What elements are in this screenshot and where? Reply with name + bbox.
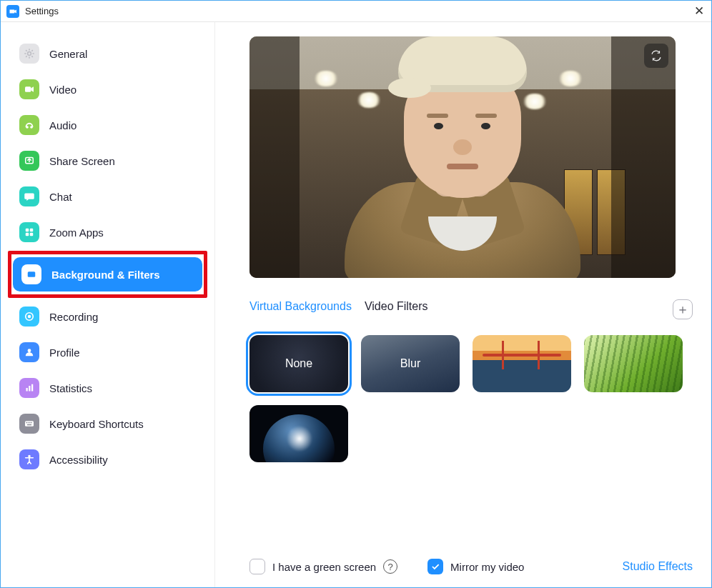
sidebar-item-audio[interactable]: Audio	[11, 108, 204, 142]
video-preview	[249, 36, 676, 278]
help-icon: ?	[387, 562, 392, 572]
sidebar-item-label: Zoom Apps	[49, 226, 104, 239]
sidebar-item-label: Statistics	[49, 382, 92, 394]
background-option-none[interactable]: None	[249, 335, 348, 392]
svg-point-3	[30, 126, 33, 129]
sidebar-item-bgfilters[interactable]: Background & Filters	[13, 257, 202, 291]
window-title: Settings	[25, 6, 59, 16]
sidebar-item-apps[interactable]: Zoom Apps	[11, 215, 204, 249]
content-area: GeneralVideoAudioShare ScreenChatZoom Ap…	[1, 22, 711, 587]
sidebar-item-chat[interactable]: Chat	[11, 179, 204, 214]
tabs-row: Virtual BackgroundsVideo Filters ＋	[249, 299, 693, 319]
app-icon	[6, 5, 19, 18]
svg-rect-16	[29, 386, 30, 392]
svg-point-0	[28, 52, 31, 56]
svg-point-14	[28, 349, 31, 352]
footer-row: I have a green screen ? Mirror my video …	[249, 549, 693, 574]
background-option-bridge[interactable]	[473, 335, 571, 392]
keyboard-icon	[19, 414, 39, 434]
add-background-button[interactable]: ＋	[673, 299, 693, 319]
svg-rect-1	[25, 86, 31, 92]
tabs: Virtual BackgroundsVideo Filters	[249, 300, 428, 319]
mirror-video-checkbox[interactable]	[427, 559, 443, 574]
green-screen-label: I have a green screen	[272, 561, 376, 573]
share-icon	[19, 151, 39, 171]
svg-rect-18	[25, 421, 34, 427]
svg-rect-21	[29, 422, 31, 424]
sidebar-item-recording[interactable]: Recording	[11, 299, 204, 334]
svg-rect-19	[26, 422, 28, 424]
background-option-blur[interactable]: Blur	[361, 335, 460, 392]
svg-rect-20	[28, 422, 29, 424]
rotate-icon	[650, 49, 663, 62]
apps-icon	[19, 222, 39, 242]
bgfilters-icon	[21, 264, 41, 284]
recording-icon	[19, 307, 39, 327]
video-icon	[19, 79, 39, 99]
profile-icon	[19, 342, 39, 362]
background-option-label: None	[285, 357, 312, 370]
accessibility-icon	[19, 449, 39, 469]
svg-rect-15	[26, 388, 28, 392]
sidebar-item-stats[interactable]: Statistics	[11, 371, 204, 405]
svg-rect-5	[26, 229, 29, 232]
sidebar-item-label: Audio	[49, 119, 76, 131]
chat-icon	[19, 186, 39, 206]
plus-icon: ＋	[676, 303, 689, 316]
svg-point-10	[31, 273, 33, 275]
sidebar-item-label: Recording	[49, 311, 98, 323]
sidebar-item-label: Keyboard Shortcuts	[49, 418, 144, 430]
sidebar-item-label: Share Screen	[49, 155, 115, 167]
sidebar-item-accessibility[interactable]: Accessibility	[11, 442, 204, 477]
svg-rect-23	[27, 424, 31, 426]
sidebar-item-label: General	[49, 48, 87, 60]
background-option-grass[interactable]	[584, 335, 683, 392]
svg-rect-11	[30, 275, 34, 276]
audio-icon	[19, 115, 39, 135]
sidebar-item-video[interactable]: Video	[11, 72, 204, 106]
svg-point-2	[26, 126, 29, 129]
tab-video-filters[interactable]: Video Filters	[365, 300, 428, 319]
svg-rect-6	[30, 229, 34, 232]
sidebar-item-keyboard[interactable]: Keyboard Shortcuts	[11, 407, 204, 441]
stats-icon	[19, 378, 39, 398]
green-screen-help-button[interactable]: ?	[383, 559, 397, 574]
green-screen-checkbox[interactable]	[249, 559, 265, 574]
sidebar: GeneralVideoAudioShare ScreenChatZoom Ap…	[1, 22, 215, 587]
svg-rect-7	[26, 233, 29, 236]
sidebar-item-share[interactable]: Share Screen	[11, 144, 204, 178]
background-option-earth[interactable]	[249, 405, 348, 462]
titlebar: Settings ✕	[1, 1, 711, 22]
background-grid: NoneBlur	[249, 335, 693, 462]
svg-point-24	[28, 455, 30, 457]
sidebar-item-profile[interactable]: Profile	[11, 335, 204, 369]
tab-virtual-backgrounds[interactable]: Virtual Backgrounds	[249, 300, 352, 319]
main-panel: Virtual BackgroundsVideo Filters ＋ NoneB…	[215, 22, 711, 587]
svg-rect-8	[30, 233, 34, 236]
studio-effects-link[interactable]: Studio Effects	[623, 560, 693, 573]
check-icon	[430, 562, 440, 572]
svg-rect-22	[31, 422, 32, 424]
svg-rect-17	[31, 384, 33, 392]
annotation-highlight: Background & Filters	[8, 251, 207, 298]
background-option-label: Blur	[400, 357, 420, 370]
sidebar-item-label: Video	[49, 84, 76, 96]
sidebar-item-label: Background & Filters	[51, 269, 160, 281]
close-button[interactable]: ✕	[694, 5, 704, 17]
gear-icon	[19, 44, 39, 64]
rotate-camera-button[interactable]	[644, 44, 668, 68]
sidebar-item-label: Profile	[49, 347, 80, 359]
sidebar-item-gear[interactable]: General	[11, 36, 204, 71]
mirror-video-label: Mirror my video	[450, 561, 524, 573]
sidebar-item-label: Chat	[49, 191, 72, 203]
svg-point-13	[28, 315, 31, 319]
sidebar-item-label: Accessibility	[49, 454, 108, 466]
